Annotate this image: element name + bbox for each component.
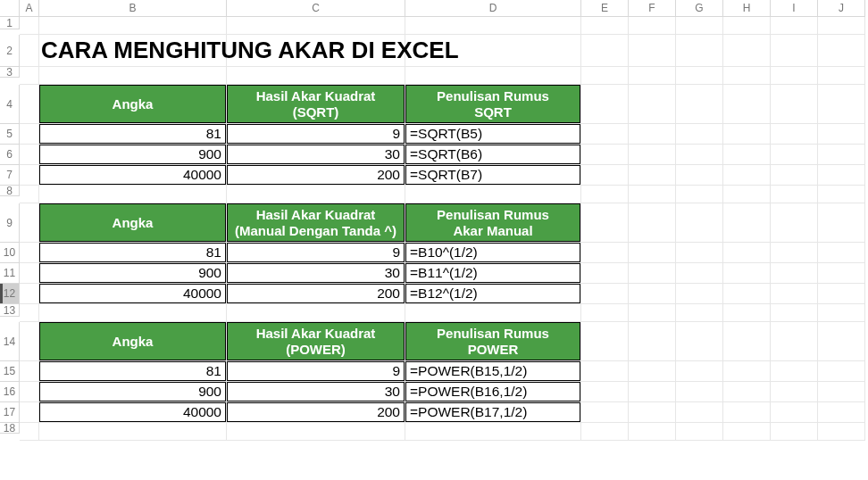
row-header[interactable]: 18 [0, 423, 20, 434]
table-cell[interactable]: =B10^(1/2) [405, 243, 581, 263]
cell[interactable] [39, 17, 227, 35]
cell[interactable] [629, 382, 676, 402]
table-cell[interactable]: 81 [39, 243, 227, 263]
table-cell[interactable]: 30 [227, 382, 405, 402]
table-cell[interactable]: 40000 [39, 284, 227, 304]
cell[interactable] [405, 186, 581, 203]
cell[interactable] [39, 186, 227, 203]
cell[interactable] [629, 35, 676, 67]
cell[interactable] [723, 284, 771, 304]
cell[interactable] [723, 67, 771, 85]
cell[interactable] [581, 186, 629, 203]
cell[interactable] [581, 382, 629, 402]
cell[interactable] [676, 243, 723, 263]
row-header[interactable]: 10 [0, 243, 20, 263]
cell[interactable] [676, 203, 723, 243]
table-cell[interactable]: =SQRT(B7) [405, 165, 581, 186]
spreadsheet-grid[interactable]: ABCDEFGHIJ12CARA MENGHITUNG AKAR DI EXCE… [0, 0, 865, 441]
cell[interactable] [227, 423, 405, 441]
table-cell[interactable]: =B11^(1/2) [405, 263, 581, 284]
cell[interactable] [581, 17, 629, 35]
cell[interactable] [818, 124, 865, 145]
cell[interactable] [581, 322, 629, 361]
cell[interactable] [629, 361, 676, 382]
cell[interactable] [771, 67, 818, 85]
cell[interactable] [39, 67, 227, 85]
cell[interactable] [581, 145, 629, 165]
column-header[interactable]: H [723, 0, 771, 17]
cell[interactable] [20, 35, 39, 67]
table-cell[interactable]: 200 [227, 402, 405, 423]
cell[interactable] [771, 361, 818, 382]
column-header[interactable]: D [405, 0, 581, 17]
cell[interactable] [629, 124, 676, 145]
cell[interactable] [581, 423, 629, 441]
cell[interactable] [676, 17, 723, 35]
cell[interactable] [771, 402, 818, 423]
cell[interactable] [818, 145, 865, 165]
cell[interactable] [629, 186, 676, 203]
cell[interactable] [771, 145, 818, 165]
cell[interactable] [723, 203, 771, 243]
row-header[interactable]: 12 [0, 284, 20, 304]
cell[interactable] [771, 165, 818, 186]
cell[interactable] [676, 165, 723, 186]
table-cell[interactable]: 81 [39, 124, 227, 145]
cell[interactable] [771, 263, 818, 284]
cell[interactable] [629, 165, 676, 186]
cell[interactable] [818, 35, 865, 67]
table-cell[interactable]: =POWER(B15,1/2) [405, 361, 581, 382]
cell[interactable] [39, 304, 227, 322]
row-header[interactable]: 11 [0, 263, 20, 284]
cell[interactable] [227, 17, 405, 35]
row-header[interactable]: 14 [0, 322, 20, 361]
cell[interactable] [676, 423, 723, 441]
cell[interactable] [629, 284, 676, 304]
table-cell[interactable]: =POWER(B17,1/2) [405, 402, 581, 423]
cell[interactable] [629, 304, 676, 322]
cell[interactable] [20, 402, 39, 423]
row-header[interactable]: 9 [0, 203, 20, 243]
cell[interactable] [20, 67, 39, 85]
table-cell[interactable]: 30 [227, 263, 405, 284]
cell[interactable] [20, 322, 39, 361]
table-cell[interactable]: 200 [227, 284, 405, 304]
cell[interactable] [676, 85, 723, 124]
cell[interactable] [581, 284, 629, 304]
row-header[interactable]: 3 [0, 67, 20, 78]
cell[interactable] [676, 402, 723, 423]
cell[interactable] [581, 67, 629, 85]
cell[interactable] [227, 67, 405, 85]
cell[interactable] [818, 263, 865, 284]
cell[interactable] [629, 322, 676, 361]
cell[interactable] [723, 402, 771, 423]
column-header[interactable]: C [227, 0, 405, 17]
cell[interactable] [405, 67, 581, 85]
cell[interactable] [629, 263, 676, 284]
cell[interactable] [581, 243, 629, 263]
cell[interactable] [581, 402, 629, 423]
cell[interactable] [771, 85, 818, 124]
column-header[interactable]: I [771, 0, 818, 17]
cell[interactable] [581, 124, 629, 145]
cell[interactable] [676, 67, 723, 85]
cell[interactable] [771, 284, 818, 304]
row-header[interactable]: 6 [0, 145, 20, 165]
cell[interactable] [676, 361, 723, 382]
column-header[interactable]: F [629, 0, 676, 17]
cell[interactable] [723, 263, 771, 284]
cell[interactable] [771, 203, 818, 243]
cell[interactable] [723, 382, 771, 402]
cell[interactable] [629, 145, 676, 165]
row-header[interactable]: 5 [0, 124, 20, 145]
table-cell[interactable]: 40000 [39, 402, 227, 423]
cell[interactable] [818, 402, 865, 423]
column-header[interactable]: B [39, 0, 227, 17]
column-header[interactable]: E [581, 0, 629, 17]
column-header[interactable]: G [676, 0, 723, 17]
row-header[interactable]: 16 [0, 382, 20, 402]
cell[interactable] [818, 203, 865, 243]
cell[interactable] [771, 243, 818, 263]
cell[interactable] [20, 203, 39, 243]
table-cell[interactable]: =POWER(B16,1/2) [405, 382, 581, 402]
